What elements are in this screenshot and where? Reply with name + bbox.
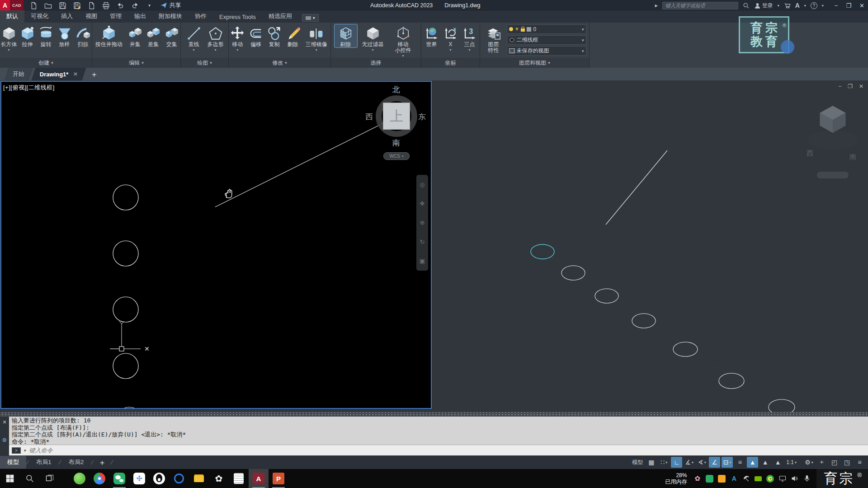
move-button[interactable]: 移动 [229,24,246,52]
navigation-bar[interactable]: ◎ ✥ ⊕ ↻ ▣ [416,175,428,271]
viewcube-3d-wcs-pill[interactable] [817,172,849,178]
tab-insert[interactable]: 插入 [55,10,79,23]
restore-button[interactable]: ❐ [846,2,851,9]
tab-addins[interactable]: 附加模块 [152,10,189,23]
ribbon-display-toggle[interactable]: ▾ [302,14,319,22]
panel-draw-label[interactable]: 绘图 [181,58,228,68]
viewcube-west-label[interactable]: 西 [365,112,373,122]
search-expand-arrow[interactable]: ▸ [655,2,658,9]
command-input[interactable] [29,447,165,454]
clean-screen-button[interactable]: ◳ [841,457,853,468]
tray-satellite-icon[interactable] [742,475,750,483]
tab-output[interactable]: 输出 [128,10,152,23]
taskbar-quark[interactable] [169,469,189,488]
redo-button[interactable] [131,1,139,9]
doc-minimize-button[interactable]: − [838,83,841,89]
union-button[interactable]: 并集 [127,24,144,47]
share-button[interactable]: 共享 [160,1,181,9]
panel-edit-label[interactable]: 编辑 [92,58,180,68]
isolate-objects-button[interactable]: ◰ [829,457,840,468]
undo-button[interactable] [117,1,125,9]
tray-green-plus-icon[interactable]: + [766,475,774,483]
model-space-toggle[interactable]: 模型 [631,457,644,468]
tray-window-icon[interactable] [718,475,726,483]
no-filter-button[interactable]: 无过滤器 [358,24,388,52]
line-button[interactable]: 直线 [184,24,204,52]
tray-autodesk-icon[interactable]: A [730,475,738,483]
search-icon[interactable] [743,2,750,9]
taskbar-doc-viewer[interactable] [229,469,249,488]
view-dropdown[interactable]: 未保存的视图 ▾ [507,46,586,56]
lineweight-toggle[interactable]: ≡ [734,457,745,468]
grid-toggle[interactable]: ▦ [646,457,657,468]
object-snap-toggle[interactable]: ⊡ [722,457,733,468]
viewcube-3d[interactable]: 西 南 [806,99,860,184]
viewcube-3d-cube-icon[interactable] [816,102,850,136]
snap-toggle[interactable]: ∷ [658,457,670,468]
taskbar-search-button[interactable] [20,469,40,488]
navwheel-icon[interactable]: ◎ [420,181,425,188]
help-search-input[interactable] [662,2,738,9]
plot-button[interactable] [102,1,110,9]
tab-collaborate[interactable]: 协作 [189,10,213,23]
minimize-button[interactable]: − [835,2,838,9]
command-history[interactable]: 输入要进行阵列的项目数: 10 指定第二个点或 [布满(F)]: 指定第二个点或… [9,417,868,445]
plot-from-web-button[interactable] [88,1,96,9]
save-as-button[interactable] [73,1,81,9]
close-button[interactable]: ✕ [859,2,864,9]
panel-layers-label[interactable]: 图层和视图 [480,58,589,68]
sign-in-button[interactable]: 登录 [754,2,773,9]
subtract-button[interactable]: 差集 [145,24,162,47]
drawing1-tab[interactable]: Drawing1* ✕ [31,68,86,80]
tray-mic-icon[interactable] [803,475,811,483]
viewcube-north-label[interactable]: 北 [368,84,424,95]
viewcube-top-face[interactable]: 上 [383,103,410,130]
command-close-icon[interactable]: ✕ [2,419,6,425]
taskbar-autocad[interactable]: A [249,469,269,488]
app-store-cart-icon[interactable] [784,2,791,9]
command-customize-wrench-icon[interactable]: ⚙ [2,437,7,443]
taskbar-app-knot[interactable]: ✣ [129,469,149,488]
ortho-toggle[interactable]: ∟ [671,457,682,468]
tray-volume-icon[interactable] [791,475,798,483]
new-drawing-tab-button[interactable]: ＋ [90,68,98,80]
ucs-3point-button[interactable]: 三点 [460,24,479,52]
copy-button[interactable]: 复制 [265,24,283,47]
tray-nvidia-icon[interactable] [755,476,762,481]
model-tab[interactable]: 模型 [0,456,26,469]
app-menu-button[interactable]: A CAD [0,0,24,11]
annotation-scale-icon[interactable]: ▲ [772,457,783,468]
layout1-tab[interactable]: 布局1 [29,456,58,469]
task-view-button[interactable] [40,469,60,488]
doc-close-button[interactable]: ✕ [859,83,863,89]
extrude-button[interactable]: 拉伸 [19,24,36,47]
box-button[interactable]: 长方体 [0,24,18,52]
osnap-tracking-toggle[interactable]: ∠ [709,457,720,468]
revolve-button[interactable]: 旋转 [37,24,55,47]
intersect-button[interactable]: 交集 [163,24,180,47]
viewport-3d[interactable]: − ❐ ✕ 西 南 [433,80,868,412]
taskbar-file-explorer[interactable] [189,469,209,488]
erase-button[interactable]: 删除 [284,24,302,47]
taskbar-chrome[interactable] [90,469,109,488]
loft-button[interactable]: 放样 [56,24,73,47]
visual-style-dropdown[interactable]: 二维线框 ▾ [507,35,586,45]
viewport-2d-canvas[interactable]: ✕ [1,82,431,408]
tray-network-icon[interactable] [778,475,786,483]
world-ucs-button[interactable]: 世界 [422,24,441,47]
tab-express-tools[interactable]: Express Tools [213,12,262,23]
sign-in-caret[interactable]: ▾ [778,4,779,8]
taskbar-qq[interactable] [149,469,169,488]
start-button[interactable] [0,469,20,488]
viewcube-south-label[interactable]: 南 [368,138,424,148]
ucs-x-button[interactable]: X [442,24,459,52]
orbit-icon[interactable]: ↻ [420,239,425,245]
annotation-autoscale-toggle[interactable]: ▲ [760,457,771,468]
polar-tracking-toggle[interactable]: ∡ [684,457,695,468]
viewcube-east-label[interactable]: 东 [418,112,426,122]
viewcube-2d[interactable]: 北 上 西 东 南 WCS▾ [368,84,424,175]
qat-customize-caret[interactable]: ▾ [146,1,154,9]
help-caret[interactable]: ▾ [822,4,824,8]
move-gizmo-button[interactable]: 移动小控件 [389,24,418,58]
help-button[interactable]: ? [811,2,817,9]
